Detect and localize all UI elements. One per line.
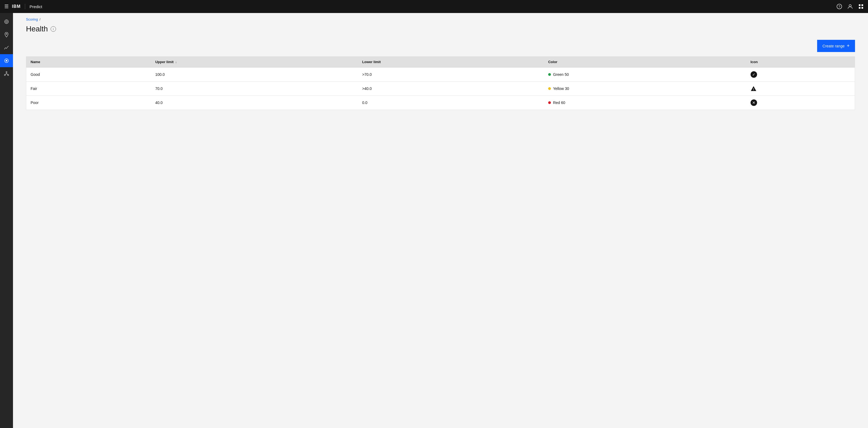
- col-lower-limit: Lower limit: [358, 57, 544, 67]
- row-upper-limit: 100.0: [151, 67, 358, 82]
- svg-text:!: !: [753, 88, 754, 91]
- col-name: Name: [26, 57, 151, 67]
- col-upper-limit[interactable]: Upper limit ↓: [151, 57, 358, 67]
- color-cell: Green 50: [548, 72, 742, 77]
- error-circle-icon: ✕: [751, 99, 757, 106]
- help-icon[interactable]: ?: [837, 4, 842, 9]
- row-lower-limit: 0.0: [358, 96, 544, 110]
- color-dot-yellow: [548, 87, 551, 90]
- table-body: Good 100.0 >70.0 Green 50 ✓: [26, 67, 855, 110]
- col-icon-label: Icon: [751, 60, 758, 64]
- breadcrumb-separator: /: [39, 17, 40, 21]
- page-header: Health i: [13, 21, 868, 40]
- svg-rect-6: [862, 7, 863, 9]
- create-range-button[interactable]: Create range +: [817, 40, 855, 52]
- color-cell: Red 60: [548, 101, 742, 105]
- content-area: Scoring / Health i Create range +: [13, 13, 868, 428]
- page-title: Health: [26, 25, 48, 33]
- menu-icon[interactable]: ☰: [4, 3, 9, 9]
- svg-point-17: [4, 75, 5, 76]
- table-row: Poor 40.0 0.0 Red 60 ✕: [26, 96, 855, 110]
- table-row: Fair 70.0 >40.0 Yellow 30: [26, 82, 855, 96]
- row-icon: !: [746, 82, 855, 96]
- svg-point-16: [6, 72, 7, 73]
- svg-rect-3: [859, 4, 861, 6]
- svg-point-15: [6, 60, 7, 61]
- sidebar-item-metrics[interactable]: [0, 41, 13, 54]
- svg-point-8: [6, 21, 7, 23]
- col-color-label: Color: [548, 60, 557, 64]
- col-color: Color: [544, 57, 746, 67]
- sidebar-item-target[interactable]: [0, 15, 13, 28]
- user-icon[interactable]: [847, 4, 853, 9]
- svg-point-18: [7, 75, 9, 76]
- row-lower-limit: >40.0: [358, 82, 544, 96]
- svg-rect-5: [859, 7, 861, 9]
- svg-point-13: [6, 33, 7, 34]
- color-label: Yellow 30: [553, 86, 569, 91]
- col-name-label: Name: [31, 60, 40, 64]
- color-label: Red 60: [553, 101, 565, 105]
- row-icon: ✓: [746, 67, 855, 82]
- table-header: Name Upper limit ↓ Lower limit C: [26, 57, 855, 67]
- svg-point-2: [849, 5, 851, 7]
- sort-down-icon: ↓: [175, 60, 177, 64]
- color-dot-green: [548, 73, 551, 76]
- ibm-logo: IBM: [12, 4, 21, 9]
- row-color: Green 50: [544, 67, 746, 82]
- row-upper-limit: 70.0: [151, 82, 358, 96]
- svg-line-21: [6, 74, 8, 75]
- topbar: ☰ IBM Predict ?: [0, 0, 868, 13]
- info-icon[interactable]: i: [51, 26, 56, 32]
- sidebar-item-location[interactable]: [0, 28, 13, 41]
- row-name: Poor: [26, 96, 151, 110]
- row-name: Good: [26, 67, 151, 82]
- create-range-label: Create range: [823, 44, 845, 48]
- topbar-right: ?: [837, 4, 864, 9]
- svg-rect-4: [862, 4, 863, 6]
- row-color: Red 60: [544, 96, 746, 110]
- sidebar: [0, 13, 13, 428]
- info-icon-label: i: [53, 27, 54, 31]
- svg-line-20: [5, 74, 6, 75]
- toolbar: Create range +: [13, 40, 868, 56]
- svg-point-7: [5, 20, 8, 24]
- row-icon: ✕: [746, 96, 855, 110]
- main-layout: Scoring / Health i Create range +: [0, 13, 868, 428]
- data-table: Name Upper limit ↓ Lower limit C: [26, 56, 855, 110]
- apps-icon[interactable]: [858, 4, 864, 9]
- col-upper-limit-label: Upper limit: [155, 60, 174, 64]
- warning-triangle-icon: !: [751, 86, 850, 91]
- col-lower-limit-label: Lower limit: [362, 60, 381, 64]
- sidebar-item-scoring[interactable]: [0, 54, 13, 67]
- create-range-plus-icon: +: [847, 43, 849, 49]
- topbar-divider: [25, 4, 25, 9]
- row-name: Fair: [26, 82, 151, 96]
- row-upper-limit: 40.0: [151, 96, 358, 110]
- svg-text:?: ?: [838, 5, 840, 9]
- check-circle-icon: ✓: [751, 71, 757, 78]
- product-name: Predict: [30, 4, 42, 9]
- color-dot-red: [548, 101, 551, 104]
- table-row: Good 100.0 >70.0 Green 50 ✓: [26, 67, 855, 82]
- col-icon: Icon: [746, 57, 855, 67]
- color-label: Green 50: [553, 72, 569, 77]
- ranges-table: Name Upper limit ↓ Lower limit C: [26, 57, 855, 110]
- row-lower-limit: >70.0: [358, 67, 544, 82]
- sidebar-item-hierarchy[interactable]: [0, 67, 13, 80]
- row-color: Yellow 30: [544, 82, 746, 96]
- breadcrumb-scoring-link[interactable]: Scoring: [26, 17, 38, 21]
- color-cell: Yellow 30: [548, 86, 742, 91]
- topbar-left: ☰ IBM Predict: [4, 3, 42, 9]
- breadcrumb: Scoring /: [13, 13, 868, 21]
- table-header-row: Name Upper limit ↓ Lower limit C: [26, 57, 855, 67]
